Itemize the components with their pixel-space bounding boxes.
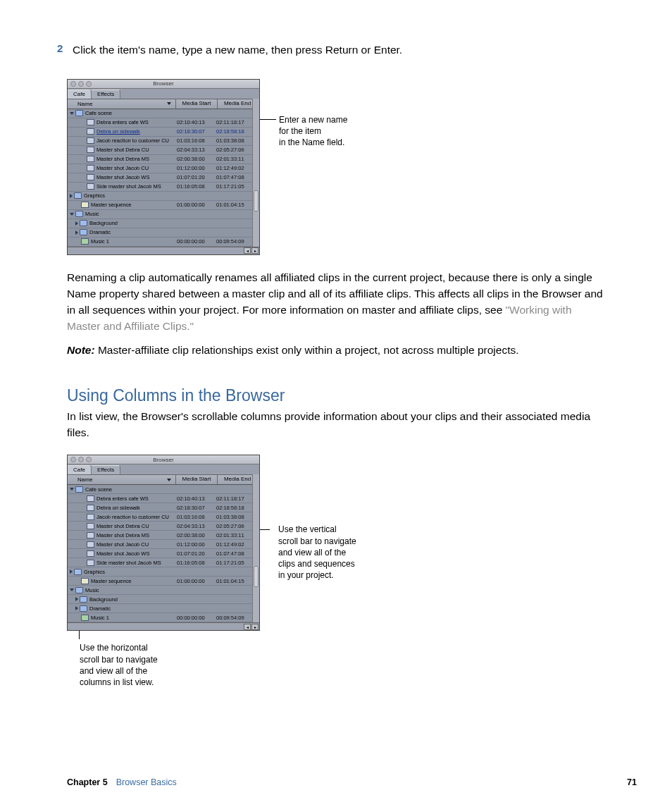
bin-row[interactable]: Dramatic — [68, 228, 259, 238]
page-footer: Chapter 5 Browser Basics 71 — [67, 777, 637, 787]
clip-row[interactable]: Master shot Jacob CU01:12:00:0001:12:49:… — [68, 164, 259, 173]
scroll-right-icon[interactable]: ▸ — [251, 247, 259, 254]
item-name[interactable]: Cafe scene — [85, 110, 112, 116]
item-name[interactable]: Master shot Jacob CU — [97, 541, 149, 548]
scroll-thumb[interactable] — [254, 566, 259, 587]
col-name[interactable]: Name — [68, 475, 176, 484]
item-name[interactable]: Dramatic — [89, 605, 111, 612]
browser-body: Cafe sceneDebra enters cafe WS02:10:40:1… — [68, 109, 259, 247]
clip-row[interactable]: Master shot Debra MS02:00:38:0002:01:33:… — [68, 531, 259, 540]
item-name[interactable]: Graphics — [84, 569, 105, 575]
item-name[interactable]: Jacob reaction to customer CU — [97, 514, 169, 520]
clip-icon — [87, 128, 94, 135]
clip-row[interactable]: Music 100:00:00:0000:09:54:09 — [68, 613, 259, 622]
item-name[interactable]: Master sequence — [91, 578, 132, 584]
item-name[interactable]: Music 1 — [91, 615, 109, 621]
item-name[interactable]: Master shot Debra CU — [97, 147, 149, 153]
item-name[interactable]: Master shot Jacob WS — [97, 174, 149, 180]
clip-row[interactable]: Master sequence01:00:00:0001:01:04:15 — [68, 577, 259, 586]
media-end: 01:12:49:02 — [215, 541, 254, 548]
item-name[interactable]: Master sequence — [91, 202, 132, 208]
scroll-right-icon[interactable]: ▸ — [251, 624, 259, 630]
media-end: 00:09:54:09 — [215, 238, 254, 245]
tab-effects[interactable]: Effects — [92, 90, 120, 99]
item-name[interactable]: Master shot Debra CU — [97, 523, 149, 529]
clip-row[interactable]: Master shot Debra MS02:00:38:0002:01:33:… — [68, 155, 259, 164]
horizontal-scrollbar[interactable]: ◂ ▸ — [68, 247, 259, 254]
clip-row[interactable]: Jacob reaction to customer CU01:03:16:08… — [68, 137, 259, 146]
col-name[interactable]: Name — [68, 99, 176, 109]
item-name[interactable]: Debra enters cafe WS — [97, 119, 149, 125]
item-name[interactable]: Graphics — [84, 192, 105, 199]
scroll-left-icon[interactable]: ◂ — [244, 247, 251, 254]
item-name[interactable]: Debra on sidewalk — [97, 128, 140, 135]
clip-row[interactable]: Music 100:00:00:0000:09:54:09 — [68, 238, 259, 247]
bin-row[interactable]: Graphics — [68, 567, 259, 577]
clip-row[interactable]: Debra on sidewalk02:18:30:0702:18:58:18 — [68, 128, 259, 137]
disclosure-triangle-icon[interactable] — [70, 569, 73, 574]
item-name[interactable]: Side master shot Jacob MS — [97, 183, 161, 190]
clip-row[interactable]: Master sequence01:00:00:0001:01:04:15 — [68, 201, 259, 210]
disclosure-triangle-icon[interactable] — [75, 597, 78, 601]
clip-row[interactable]: Master shot Jacob WS01:07:01:2001:07:47:… — [68, 173, 259, 183]
clip-row[interactable]: Master shot Debra CU02:04:33:1302:05:27:… — [68, 522, 259, 531]
audio-icon — [81, 615, 89, 621]
item-name[interactable]: Debra on sidewalk — [97, 505, 140, 511]
item-name[interactable]: Master shot Debra MS — [97, 156, 149, 162]
item-name[interactable]: Jacob reaction to customer CU — [97, 137, 169, 144]
clip-row[interactable]: Master shot Jacob CU01:12:00:0001:12:49:… — [68, 540, 259, 549]
disclosure-triangle-icon[interactable] — [75, 230, 78, 235]
clip-row[interactable]: Jacob reaction to customer CU01:03:16:08… — [68, 512, 259, 522]
disclosure-triangle-icon[interactable] — [75, 221, 78, 226]
media-start: 01:00:00:00 — [175, 202, 215, 208]
scroll-left-icon[interactable]: ◂ — [244, 624, 251, 630]
bin-row[interactable]: Music — [68, 210, 259, 219]
item-name[interactable]: Dramatic — [89, 229, 111, 235]
bin-row[interactable]: Dramatic — [68, 604, 259, 613]
bin-row[interactable]: Music — [68, 586, 259, 595]
disclosure-triangle-icon[interactable] — [70, 589, 74, 591]
disclosure-triangle-icon[interactable] — [70, 213, 74, 216]
item-name[interactable]: Background — [89, 596, 118, 603]
sort-indicator-icon — [167, 479, 171, 481]
bin-row[interactable]: Cafe scene — [68, 485, 259, 494]
item-name[interactable]: Music — [85, 587, 99, 593]
tab-cafe[interactable]: Cafe — [68, 465, 92, 474]
item-name[interactable]: Cafe scene — [85, 486, 112, 493]
window-titlebar: Browser — [68, 80, 259, 89]
disclosure-triangle-icon[interactable] — [70, 194, 73, 198]
item-name[interactable]: Background — [89, 220, 118, 226]
clip-row[interactable]: Side master shot Jacob MS01:16:05:0801:1… — [68, 558, 259, 567]
bin-row[interactable]: Background — [68, 595, 259, 604]
item-name[interactable]: Music 1 — [91, 238, 109, 245]
media-end: 01:12:49:02 — [215, 165, 254, 171]
clip-row[interactable]: Master shot Debra CU02:04:33:1302:05:27:… — [68, 146, 259, 155]
item-name[interactable]: Side master shot Jacob MS — [97, 560, 161, 566]
bin-row[interactable]: Cafe scene — [68, 109, 259, 118]
col-media-start[interactable]: Media Start — [176, 475, 218, 484]
bin-row[interactable]: Graphics — [68, 192, 259, 201]
vertical-scrollbar[interactable] — [252, 99, 259, 247]
item-name[interactable]: Master shot Debra MS — [97, 532, 149, 538]
bin-row[interactable]: Background — [68, 219, 259, 228]
clip-icon — [87, 560, 94, 566]
item-name[interactable]: Master shot Jacob WS — [97, 550, 149, 557]
item-name[interactable]: Music — [85, 211, 99, 217]
horizontal-scrollbar[interactable]: ◂ ▸ — [68, 622, 259, 630]
col-media-start[interactable]: Media Start — [176, 99, 218, 109]
clip-row[interactable]: Side master shot Jacob MS01:16:05:0801:1… — [68, 183, 259, 192]
tab-cafe[interactable]: Cafe — [68, 90, 92, 99]
disclosure-triangle-icon[interactable] — [70, 488, 74, 491]
item-name[interactable]: Debra enters cafe WS — [97, 495, 149, 502]
column-header: Name Media Start Media End — [68, 99, 259, 109]
scroll-thumb[interactable] — [254, 190, 259, 211]
clip-row[interactable]: Debra enters cafe WS02:10:40:1302:11:18:… — [68, 118, 259, 128]
clip-row[interactable]: Debra enters cafe WS02:10:40:1302:11:18:… — [68, 494, 259, 503]
clip-row[interactable]: Debra on sidewalk02:18:30:0702:18:58:18 — [68, 503, 259, 512]
item-name[interactable]: Master shot Jacob CU — [97, 165, 149, 171]
tab-effects[interactable]: Effects — [92, 465, 120, 474]
disclosure-triangle-icon[interactable] — [75, 606, 78, 610]
clip-row[interactable]: Master shot Jacob WS01:07:01:2001:07:47:… — [68, 549, 259, 558]
vertical-scrollbar[interactable] — [252, 474, 259, 622]
disclosure-triangle-icon[interactable] — [70, 112, 74, 115]
